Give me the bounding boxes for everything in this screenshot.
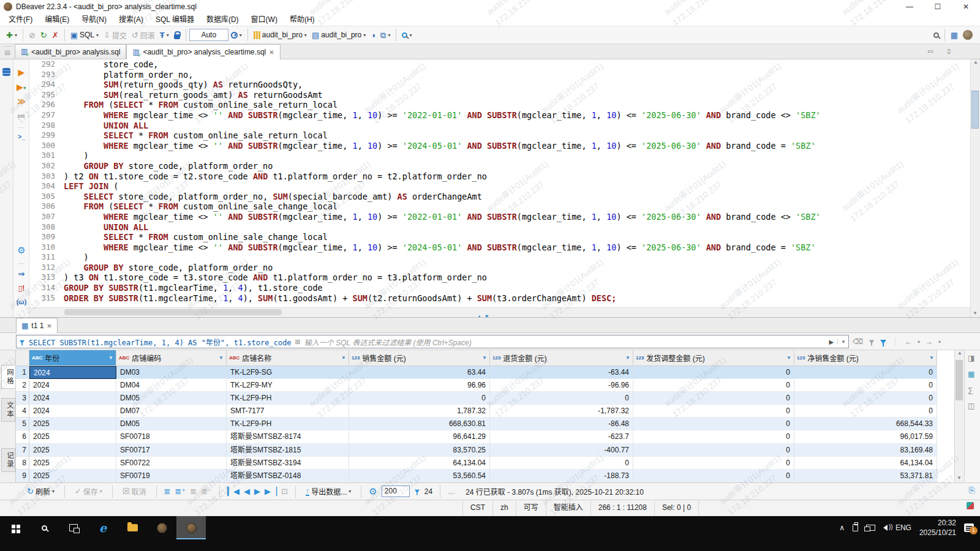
aggregate-icon[interactable]: ∑	[968, 386, 973, 394]
scroll-down-icon[interactable]: ▼	[970, 310, 980, 316]
cell[interactable]: 668,630.81	[349, 418, 490, 430]
explain-plan-icon[interactable]: ≔	[16, 111, 27, 121]
column-header-退货金额 (元)[interactable]: 123退货金额 (元)▼	[490, 350, 633, 366]
row-number[interactable]: 3	[16, 392, 29, 405]
cell[interactable]: 0	[633, 392, 794, 405]
rollback-button[interactable]: ↺回滚	[129, 28, 157, 42]
cell[interactable]: 塔斯曼SMTSBZ-0148	[227, 470, 349, 482]
tab-analysis-cleartime-sql[interactable]: ▥✓ <audit_bi_pro> analysis_cleartime.sql…	[126, 44, 280, 59]
tasks-button[interactable]: ⧉▾	[378, 28, 393, 42]
maximize-button[interactable]: ☐	[924, 0, 952, 13]
sort-dropdown-icon[interactable]: ▼	[786, 355, 791, 361]
text-view-tab[interactable]: 文本	[1, 398, 15, 422]
cell[interactable]: 0	[633, 366, 794, 379]
cell[interactable]: 塔斯曼SMTSBZ-3194	[227, 457, 349, 470]
speaker-icon[interactable]	[883, 525, 888, 531]
code-line[interactable]: SUM(return_goods_qty) AS returnGoodsQty,	[64, 80, 970, 90]
perspective-button[interactable]: ▦	[948, 28, 960, 42]
editor-minmax-buttons[interactable]: ▭ ▯	[927, 48, 957, 54]
code-line[interactable]: ) t2 ON t1.store_code = t2.store_code AN…	[64, 171, 970, 182]
cell[interactable]: SMT-7177	[227, 405, 349, 418]
status-item[interactable]: 266 : 1 : 11208	[590, 500, 654, 516]
code-line[interactable]: LEFT JOIN (	[64, 181, 970, 192]
code-line[interactable]: UNION ALL	[64, 121, 970, 131]
notification-center-icon[interactable]: 1	[964, 523, 974, 532]
prev-page-icon[interactable]: ◀	[244, 487, 250, 495]
editor-scroll-thumb[interactable]	[971, 91, 979, 129]
cell[interactable]: DM05	[116, 392, 227, 405]
sort-dropdown-icon[interactable]: ▼	[929, 355, 934, 361]
sort-dropdown-icon[interactable]: ▼	[625, 355, 630, 361]
code-line[interactable]: )	[64, 252, 970, 263]
cell[interactable]: DM07	[116, 405, 227, 418]
sort-dropdown-icon[interactable]: ▼	[219, 355, 224, 361]
apply-filter-icon[interactable]: ▶	[829, 339, 834, 345]
row-number[interactable]: 8	[16, 457, 29, 470]
cell[interactable]: TK-L2F9-SG	[227, 366, 349, 379]
cell[interactable]: 0	[633, 470, 794, 482]
cell[interactable]: TK-L2F9-MY	[227, 379, 349, 392]
column-header-销售金额 (元)[interactable]: 123销售金额 (元)▼	[349, 350, 490, 366]
code-area[interactable]: store_code, platform_order_no, SUM(retur…	[64, 59, 970, 307]
execute-statement-icon[interactable]: ▶	[16, 67, 27, 77]
result-tab-t1[interactable]: ▦ t1 1 ✕	[16, 318, 58, 333]
cell[interactable]: -63.44	[490, 366, 633, 379]
row-number[interactable]: 6	[16, 430, 29, 443]
nav-back-icon[interactable]: ←	[905, 337, 912, 346]
code-line[interactable]: FROM (SELECT * FROM custom_online_sale_c…	[64, 201, 970, 212]
code-line[interactable]: SUM(real_return_goods_amt) AS returnGood…	[64, 90, 970, 100]
cell[interactable]: SF00719	[116, 470, 227, 482]
cell[interactable]: 63.44	[349, 366, 490, 379]
delete-row-icon[interactable]: ≣⁻	[201, 487, 212, 495]
refresh-button[interactable]: ↻刷新▾	[24, 484, 57, 499]
next-page-icon[interactable]: ▶	[254, 487, 260, 495]
cell[interactable]: 0	[794, 379, 937, 392]
cell[interactable]: 0	[794, 366, 937, 379]
cell[interactable]: 0	[633, 379, 794, 392]
cell[interactable]: SF00717	[116, 444, 227, 457]
cell[interactable]: -623.7	[490, 430, 633, 443]
language-indicator[interactable]: ENG	[895, 523, 911, 532]
sort-dropdown-icon[interactable]: ▼	[341, 355, 346, 361]
cell[interactable]: 0	[490, 457, 633, 470]
code-line[interactable]: GROUP BY SUBSTR(t1.mgclearTime, 1, 4), t…	[64, 283, 970, 293]
status-item[interactable]: 智能插入	[546, 500, 590, 516]
status-item[interactable]: Sel: 0 | 0	[654, 500, 699, 516]
code-line[interactable]: UNION ALL	[64, 222, 970, 233]
schema-selector[interactable]: ▤audit_bi_pro▾	[309, 28, 368, 42]
dashboard-button[interactable]: ◑	[368, 28, 378, 42]
task-view-button[interactable]	[59, 516, 88, 539]
cell[interactable]: 0	[633, 457, 794, 470]
grid-view-tab[interactable]: 网格	[1, 365, 15, 389]
cell[interactable]: 96.96	[349, 379, 490, 392]
file-explorer-button[interactable]	[118, 516, 147, 539]
cell[interactable]: 0	[633, 418, 794, 430]
sql-terminal-icon[interactable]: >_	[16, 133, 27, 140]
cell[interactable]: DM05	[116, 418, 227, 430]
cell[interactable]: 2024	[29, 366, 116, 379]
cell[interactable]: 0	[633, 430, 794, 443]
settings-gear-icon[interactable]: ⚙	[16, 245, 27, 256]
menu-item-SQL 编辑器[interactable]: SQL 编辑器	[149, 13, 200, 26]
scroll-down-icon[interactable]: ▼	[954, 475, 964, 481]
history-button[interactable]: ▾	[228, 28, 244, 42]
cell[interactable]: 53,560.54	[349, 470, 490, 482]
cell[interactable]: 668,544.33	[794, 418, 937, 430]
usb-icon[interactable]	[853, 524, 858, 531]
code-line[interactable]: SELECT * FROM custom_online_sale_return_…	[64, 130, 970, 141]
scroll-up-icon[interactable]: ▲	[971, 59, 980, 65]
code-line[interactable]: GROUP BY store_code, platform_order_no	[64, 263, 970, 273]
taskbar-search-button[interactable]	[29, 516, 59, 539]
cell[interactable]: SF00718	[116, 430, 227, 443]
code-line[interactable]: FROM (SELECT * FROM custom_online_sale_r…	[64, 100, 970, 110]
code-line[interactable]: WHERE mgclear_time <> '' AND SUBSTR(mgcl…	[64, 110, 970, 121]
code-line[interactable]: SELECT store_code, platform_order_no, SU…	[64, 192, 970, 202]
cell[interactable]: DM03	[116, 366, 227, 379]
cell[interactable]: 0	[794, 392, 937, 405]
cancel-button[interactable]: ☒取消	[120, 484, 149, 499]
row-number[interactable]: 4	[16, 405, 29, 418]
export-script-icon[interactable]: ⇒	[16, 269, 27, 279]
sort-dropdown-icon[interactable]: ▼	[482, 355, 487, 361]
dbeaver-taskbar-button[interactable]	[147, 516, 176, 539]
cell[interactable]: 64,134.04	[349, 457, 490, 470]
